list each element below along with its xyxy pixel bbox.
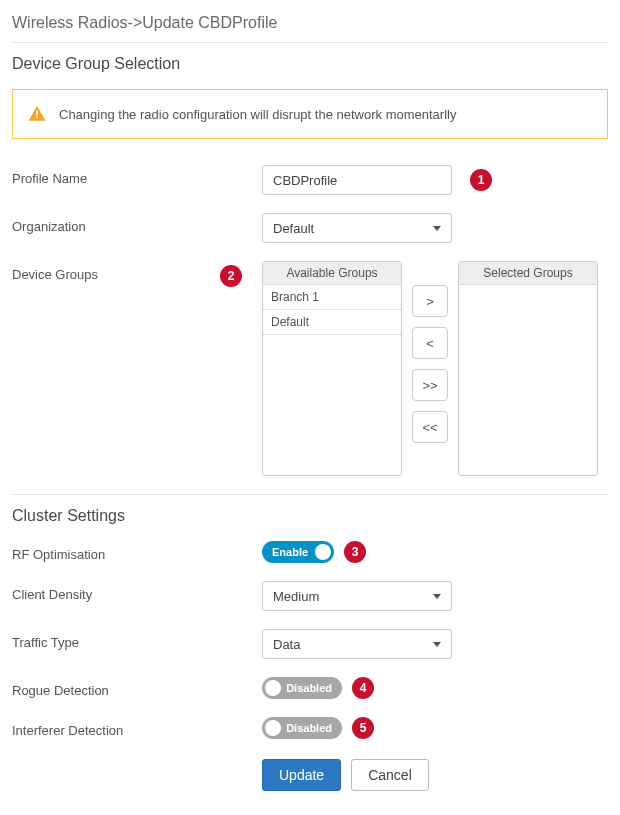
organization-value: Default bbox=[273, 221, 314, 236]
svg-rect-0 bbox=[36, 111, 38, 116]
available-groups-listbox[interactable]: Available Groups Branch 1 Default bbox=[262, 261, 402, 476]
label-organization: Organization bbox=[12, 213, 262, 234]
move-left-button[interactable]: < bbox=[412, 327, 448, 359]
label-profile-name: Profile Name bbox=[12, 165, 262, 186]
chevron-down-icon bbox=[433, 642, 441, 647]
divider bbox=[12, 42, 608, 43]
toggle-knob bbox=[265, 680, 281, 696]
chevron-down-icon bbox=[433, 594, 441, 599]
traffic-type-value: Data bbox=[273, 637, 300, 652]
callout-badge-3: 3 bbox=[344, 541, 366, 563]
toggle-label: Disabled bbox=[286, 722, 332, 734]
move-right-button[interactable]: > bbox=[412, 285, 448, 317]
callout-badge-2: 2 bbox=[220, 265, 242, 287]
label-traffic-type: Traffic Type bbox=[12, 629, 262, 650]
list-item[interactable]: Branch 1 bbox=[263, 285, 401, 310]
label-client-density: Client Density bbox=[12, 581, 262, 602]
warning-icon bbox=[27, 104, 47, 124]
section-title-device-group: Device Group Selection bbox=[12, 55, 608, 73]
move-all-right-button[interactable]: >> bbox=[412, 369, 448, 401]
divider bbox=[12, 494, 608, 495]
rf-optimisation-toggle[interactable]: Enable bbox=[262, 541, 334, 563]
toggle-knob bbox=[315, 544, 331, 560]
interferer-detection-toggle[interactable]: Disabled bbox=[262, 717, 342, 739]
toggle-label: Enable bbox=[272, 546, 308, 558]
svg-rect-1 bbox=[36, 117, 38, 119]
callout-badge-1: 1 bbox=[470, 169, 492, 191]
section-title-cluster: Cluster Settings bbox=[12, 507, 608, 525]
rogue-detection-toggle[interactable]: Disabled bbox=[262, 677, 342, 699]
label-interferer-detection: Interferer Detection bbox=[12, 717, 262, 738]
selected-groups-listbox[interactable]: Selected Groups bbox=[458, 261, 598, 476]
update-button[interactable]: Update bbox=[262, 759, 341, 791]
toggle-knob bbox=[265, 720, 281, 736]
organization-select[interactable]: Default bbox=[262, 213, 452, 243]
client-density-value: Medium bbox=[273, 589, 319, 604]
callout-badge-5: 5 bbox=[352, 717, 374, 739]
selected-groups-header: Selected Groups bbox=[459, 262, 597, 285]
available-groups-header: Available Groups bbox=[263, 262, 401, 285]
warning-banner: Changing the radio configuration will di… bbox=[12, 89, 608, 139]
breadcrumb: Wireless Radios->Update CBDProfile bbox=[12, 14, 608, 32]
label-rf-optimisation: RF Optimisation bbox=[12, 541, 262, 562]
client-density-select[interactable]: Medium bbox=[262, 581, 452, 611]
cancel-button[interactable]: Cancel bbox=[351, 759, 429, 791]
profile-name-input[interactable] bbox=[262, 165, 452, 195]
traffic-type-select[interactable]: Data bbox=[262, 629, 452, 659]
chevron-down-icon bbox=[433, 226, 441, 231]
move-all-left-button[interactable]: << bbox=[412, 411, 448, 443]
warning-text: Changing the radio configuration will di… bbox=[59, 107, 456, 122]
callout-badge-4: 4 bbox=[352, 677, 374, 699]
label-device-groups: Device Groups 2 bbox=[12, 261, 262, 282]
label-rogue-detection: Rogue Detection bbox=[12, 677, 262, 698]
list-item[interactable]: Default bbox=[263, 310, 401, 335]
toggle-label: Disabled bbox=[286, 682, 332, 694]
